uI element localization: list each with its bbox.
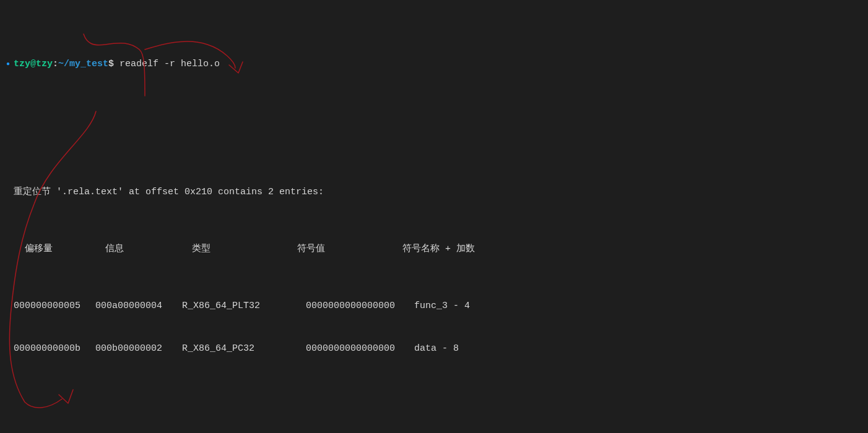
prompt-sep: : [53,57,58,71]
blank-line [2,114,866,128]
prompt-dollar: $ [108,57,114,71]
blank-line [2,398,866,413]
reloc-text-title: ● 重定位节 '.rela.text' at offset 0x210 cont… [2,185,866,199]
terminal-viewport[interactable]: ● tzy@tzy : ~/my_test $ readelf -r hello… [0,0,868,433]
status-bullet-icon: ● [2,57,14,71]
reloc-text-header: ● 偏移量 信息 类型 符号值 符号名称 + 加数 [2,242,866,256]
prompt-line-0: ● tzy@tzy : ~/my_test $ readelf -r hello… [2,57,866,71]
prompt-user: tzy@tzy [14,57,53,71]
reloc-text-row: ● 000000000005 000a00000004 R_X86_64_PLT… [2,299,866,313]
command-input[interactable]: readelf -r hello.o [114,57,220,71]
reloc-text-row: ● 00000000000b 000b00000002 R_X86_64_PC3… [2,341,866,356]
prompt-path: ~/my_test [58,57,108,71]
